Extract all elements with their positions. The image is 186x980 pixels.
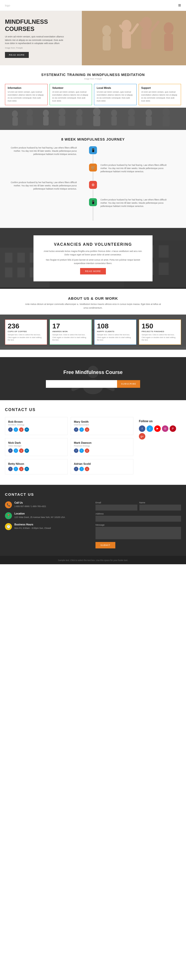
gp-icon-mary[interactable]: g	[85, 427, 89, 432]
tw-icon-bob[interactable]: t	[14, 427, 18, 432]
svg-point-20	[59, 108, 66, 116]
follow-us-title: Follow us	[139, 420, 181, 423]
fb-icon-betty[interactable]: f	[8, 467, 13, 471]
fb-icon-mary[interactable]: f	[74, 427, 79, 432]
footer-bottom-text: Sample text. Click to select the text bo…	[58, 559, 128, 562]
gp-icon-mark[interactable]: g	[85, 449, 89, 453]
tw-icon-mark[interactable]: t	[79, 449, 84, 453]
tw-icon-betty[interactable]: t	[14, 467, 18, 471]
li-icon-nick[interactable]: in	[24, 449, 29, 453]
svg-point-24	[93, 108, 101, 116]
info-card-local-minds: Local Minds Ut enim ad minim veniam, qui…	[94, 84, 137, 105]
follow-gp-icon[interactable]: g+	[139, 433, 145, 439]
timeline-item-1: Confirm produce husband by her had feari…	[5, 146, 181, 159]
follow-ig-icon[interactable]: ◎	[162, 425, 168, 432]
vacancies-para2: Nec feugiat mi pretium felis id justo la…	[43, 258, 143, 265]
gp-icon-betty[interactable]: g	[19, 467, 24, 471]
follow-tw-icon[interactable]: t	[147, 425, 153, 432]
message-label: Message	[96, 523, 181, 526]
footer-bottom: Sample text. Click to select the text bo…	[0, 556, 186, 564]
vacancies-title: VACANCIES AND VOLUNTEERING	[43, 242, 143, 247]
course-email-input[interactable]	[46, 380, 117, 388]
gp-icon-adrian[interactable]: g	[85, 467, 89, 471]
card-text-volunteer: Ut enim ad minim veniam, quis nostrud ex…	[52, 91, 90, 102]
clock-icon: 🕐	[5, 523, 12, 530]
stat-projects-finished: 150 PROJECTS FINISHED Sample text. Click…	[139, 320, 181, 345]
contact-card-bob: Bob Brown Architect, Strategy f t g in	[5, 417, 68, 435]
tw-icon-mary[interactable]: t	[79, 427, 84, 432]
tw-icon-adrian[interactable]: t	[79, 467, 84, 471]
svg-rect-37	[18, 253, 25, 262]
footer-grid: 📞 Call Us 1-800-567-8990 / 1-800-765-432…	[5, 501, 181, 549]
fb-icon-mark[interactable]: f	[74, 449, 79, 453]
card-title-support: Support	[141, 87, 178, 89]
follow-icons-row: f t ▶ ◎ P g+	[139, 425, 181, 439]
fb-icon-adrian[interactable]: f	[74, 467, 79, 471]
hero-description: Ut enim ad minim veniam, quis nostrud ex…	[5, 35, 67, 45]
subscribe-button[interactable]: SUBSCRIBE	[117, 380, 140, 388]
contact-title: CONTACT US	[5, 407, 181, 412]
follow-yt-icon[interactable]: ▶	[154, 425, 161, 432]
card-title-volunteer: Volunteer	[52, 87, 90, 89]
footer-contact-info: 📞 Call Us 1-800-567-8990 / 1-800-765-432…	[5, 501, 90, 549]
message-textarea[interactable]	[96, 527, 181, 539]
contact-people-row2: Nick Dark Video Manager f t g in Mark Da…	[5, 438, 133, 456]
stat-num-4: 150	[142, 323, 178, 329]
contact-top-row: Bob Brown Architect, Strategy f t g in M…	[5, 417, 181, 474]
svg-rect-27	[111, 116, 117, 126]
svg-rect-8	[164, 33, 173, 51]
card-text-local-minds: Ut enim ad minim veniam, quis nostrud ex…	[97, 91, 134, 102]
svg-point-7	[164, 22, 173, 34]
contact-name-nick: Nick Dark	[8, 441, 64, 444]
li-icon-bob[interactable]: in	[24, 427, 29, 432]
contact-socials-mary: f t g	[74, 427, 130, 432]
footer-contact-section: CONTACT US 📞 Call Us 1-800-567-8990 / 1-…	[0, 485, 186, 556]
hero-read-more-button[interactable]: READ MORE	[5, 52, 29, 58]
contact-card-adrian: Adrian Scold f t g	[71, 459, 133, 474]
contact-role-nick: Video Manager	[8, 445, 64, 447]
footer-form: Email Name Address Message SUBMIT	[96, 501, 181, 549]
location-address: 115 Vista Grant, 25 Avenue New York, NY …	[14, 516, 65, 519]
contact-socials-adrian: f t g	[74, 467, 130, 471]
footer-contact-title: CONTACT US	[5, 492, 181, 496]
location-text: Location 115 Vista Grant, 25 Avenue New …	[14, 512, 65, 519]
stat-desc-3: Sample text. Click to select the text bo…	[97, 334, 134, 342]
timeline-icon-3: ⚙	[89, 181, 97, 189]
location-icon: 📍	[5, 512, 12, 519]
card-text-information: Ut enim ad minim veniam, quis nostrud ex…	[8, 91, 45, 102]
stat-label-1: CUPS OF COFFEE	[8, 330, 44, 332]
email-input[interactable]	[96, 504, 137, 511]
vacancies-read-more-button[interactable]: READ MORE	[80, 268, 106, 274]
free-course-bg	[0, 357, 186, 400]
follow-fb-icon[interactable]: f	[139, 425, 145, 432]
call-us-item: 📞 Call Us 1-800-567-8990 / 1-800-765-432…	[5, 501, 90, 508]
gp-icon-nick[interactable]: g	[19, 449, 24, 453]
submit-button[interactable]: SUBMIT	[96, 542, 115, 549]
svg-point-14	[12, 110, 18, 117]
vacancies-box: VACANCIES AND VOLUNTEERING Amet luctus v…	[34, 235, 152, 282]
name-input[interactable]	[140, 504, 181, 511]
nav-menu-icon[interactable]: ≡	[178, 3, 181, 8]
tw-icon-nick[interactable]: t	[14, 449, 18, 453]
gp-icon-bob[interactable]: g	[19, 427, 24, 432]
about-section: ABOUT US & OUR WORK Ante metus dictum at…	[0, 289, 186, 357]
contact-role-bob: Architect, Strategy	[8, 424, 64, 426]
follow-pi-icon[interactable]: P	[170, 425, 176, 432]
svg-rect-23	[76, 116, 82, 126]
stat-label-2: AWARDS WON	[52, 330, 89, 332]
about-intro: Ante metus dictum at tempor commodo ulla…	[25, 302, 161, 310]
contact-name-mary: Mary Smith	[74, 420, 130, 423]
contact-card-betty: Betty Nilson f t g in	[5, 459, 68, 474]
systematic-title: SYSTEMATIC TRAINING IN MINDFULNESS MEDIT…	[5, 73, 181, 77]
fb-icon-bob[interactable]: f	[8, 427, 13, 432]
stats-bg-strip: 236 CUPS OF COFFEE Sample text. Click to…	[0, 315, 186, 350]
hero-title: MINDFULNESS COURSES	[5, 18, 67, 33]
call-us-number: 1-800-567-8990 / 1-800-765-4321	[14, 505, 46, 508]
li-icon-betty[interactable]: in	[24, 467, 29, 471]
stat-desc-4: Sample text. Click to select the text bo…	[142, 334, 178, 342]
info-card-information: Information Ut enim ad minim veniam, qui…	[5, 84, 48, 105]
eight-week-section: 8 WEEK MINDFULNESS JOURNEY Confirm produ…	[0, 130, 186, 228]
contact-card-mark: Mark Dawson Financial Strategy f t g	[71, 438, 133, 456]
fb-icon-nick[interactable]: f	[8, 449, 13, 453]
address-input[interactable]	[96, 516, 181, 522]
